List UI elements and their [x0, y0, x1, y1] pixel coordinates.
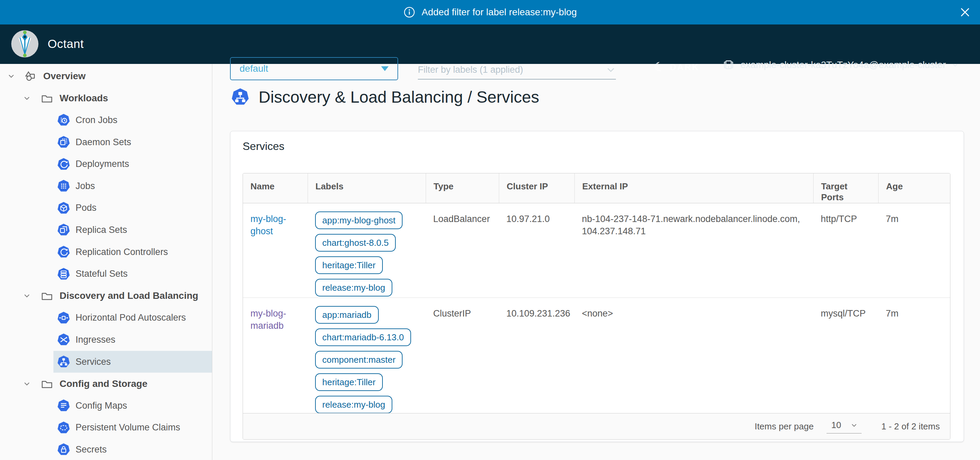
- overview-icon: [24, 69, 37, 83]
- replication-controllers-icon: [57, 245, 70, 259]
- replica-sets-icon: [57, 223, 70, 236]
- sidebar-item-overview[interactable]: Overview: [0, 65, 212, 87]
- label-pill[interactable]: app:my-blog-ghost: [315, 211, 402, 229]
- folder-icon: [40, 289, 54, 303]
- label-filter-select[interactable]: Filter by labels (1 applied): [418, 60, 616, 79]
- cluster-ip-cell: 10.109.231.236: [499, 298, 574, 421]
- type-cell: ClusterIP: [426, 298, 499, 421]
- app-name: Octant: [48, 37, 84, 51]
- column-header-labels[interactable]: Labels: [308, 173, 426, 203]
- chevron-down-icon: [23, 380, 30, 388]
- sidebar-section-discovery-load-balancing[interactable]: Discovery and Load Balancing: [0, 285, 212, 307]
- sidebar: Overview Workloads Cron Jobs Daemon Sets…: [0, 64, 212, 460]
- items-per-page-label: Items per page: [755, 421, 814, 432]
- sidebar-item-cron-jobs[interactable]: Cron Jobs: [53, 109, 212, 131]
- column-header-external-ip[interactable]: External IP: [574, 173, 813, 203]
- table-pagination: Items per page 10 1 - 2 of 2 items: [243, 413, 950, 439]
- sidebar-item-ingresses[interactable]: Ingresses: [53, 329, 212, 351]
- sidebar-section-workloads[interactable]: Workloads: [0, 87, 212, 109]
- theme-toggle-button[interactable]: ☾ DARK: [654, 60, 699, 74]
- age-cell: 7m: [878, 298, 950, 421]
- external-ip-cell: nb-104-237-148-71.newark.nodebalancer.li…: [574, 203, 813, 304]
- cron-jobs-icon: [57, 113, 70, 127]
- label-pill[interactable]: component:master: [315, 351, 402, 368]
- services-title-icon: [231, 87, 250, 107]
- cluster-icon: [722, 59, 735, 71]
- sidebar-item-deployments[interactable]: Deployments: [53, 153, 212, 175]
- table-header-row: Name Labels Type Cluster IP External IP …: [243, 173, 950, 203]
- label-pill[interactable]: chart:ghost-8.0.5: [315, 234, 396, 252]
- services-table: Name Labels Type Cluster IP External IP …: [243, 173, 950, 439]
- label-pill[interactable]: release:my-blog: [315, 396, 392, 413]
- sidebar-item-replica-sets[interactable]: Replica Sets: [53, 219, 212, 241]
- page-title: Discovery & Load Balancing / Services: [231, 87, 539, 107]
- services-icon: [57, 355, 70, 368]
- label-pill[interactable]: heritage:Tiller: [315, 373, 383, 391]
- service-link[interactable]: my-blog-mariadb: [250, 308, 286, 331]
- label-pill[interactable]: release:my-blog: [315, 279, 392, 297]
- sidebar-section-config-and-storage[interactable]: Config and Storage: [0, 373, 212, 395]
- config-maps-icon: [57, 399, 70, 412]
- banner-message: Added filter for label release:my-blog: [422, 7, 577, 18]
- sidebar-item-jobs[interactable]: Jobs: [53, 175, 212, 197]
- sidebar-item-replication-controllers[interactable]: Replication Controllers: [53, 241, 212, 263]
- jobs-icon: [57, 179, 70, 193]
- chevron-down-icon: [850, 421, 858, 430]
- table-row: my-blog-ghost app:my-blog-ghost chart:gh…: [243, 203, 950, 298]
- sidebar-item-secrets[interactable]: Secrets: [53, 439, 212, 460]
- persistent-volume-claims-icon: [57, 421, 70, 435]
- chevron-down-icon: [8, 72, 15, 80]
- close-icon[interactable]: [958, 5, 972, 20]
- ingresses-icon: [57, 333, 70, 346]
- dropdown-caret-icon: [381, 66, 388, 71]
- folder-icon: [40, 377, 54, 391]
- type-cell: LoadBalancer: [426, 203, 499, 304]
- deployments-icon: [57, 157, 70, 171]
- namespace-select[interactable]: default: [230, 57, 398, 80]
- chevron-down-icon: [23, 292, 30, 300]
- theme-toggle-label: DARK: [670, 62, 699, 72]
- sidebar-item-persistent-volume-claims[interactable]: Persistent Volume Claims: [53, 417, 212, 439]
- pods-icon: [57, 201, 70, 215]
- column-header-age[interactable]: Age: [878, 173, 950, 203]
- cluster-selector[interactable]: example-cluster-ka3TuTzYo4a@example-clus…: [722, 59, 959, 71]
- items-per-page-value: 10: [831, 420, 841, 430]
- target-ports-cell: http/TCP: [813, 203, 878, 304]
- daemon-sets-icon: [57, 135, 70, 149]
- items-per-page-select[interactable]: 10: [827, 419, 862, 433]
- folder-icon: [40, 92, 54, 105]
- moon-icon: ☾: [653, 59, 666, 75]
- label-pill[interactable]: chart:mariadb-6.13.0: [315, 328, 411, 346]
- card-title: Services: [243, 140, 285, 153]
- sidebar-item-config-maps[interactable]: Config Maps: [53, 395, 212, 417]
- table-row: my-blog-mariadb app:mariadb chart:mariad…: [243, 298, 950, 413]
- app-header: Octant default Filter by labels (1 appli…: [0, 24, 980, 64]
- label-pill[interactable]: heritage:Tiller: [315, 256, 383, 274]
- octant-logo-icon: [10, 29, 40, 59]
- chevron-down-icon: [23, 95, 30, 102]
- column-header-name[interactable]: Name: [243, 173, 308, 203]
- sidebar-item-daemon-sets[interactable]: Daemon Sets: [53, 131, 212, 153]
- chevron-down-icon: [606, 65, 616, 75]
- column-header-target-ports[interactable]: Target Ports: [813, 173, 878, 203]
- cluster-value: example-cluster-ka3TuTzYo4a@example-clus…: [740, 60, 946, 70]
- horizontal-pod-autoscalers-icon: [57, 311, 70, 325]
- info-icon: [403, 6, 415, 18]
- sidebar-item-pods[interactable]: Pods: [53, 197, 212, 219]
- sidebar-item-horizontal-pod-autoscalers[interactable]: Horizontal Pod Autoscalers: [53, 307, 212, 329]
- external-ip-cell: <none>: [574, 298, 813, 421]
- age-cell: 7m: [878, 203, 950, 304]
- stateful-sets-icon: [57, 267, 70, 281]
- pagination-range: 1 - 2 of 2 items: [881, 421, 940, 432]
- chevron-down-icon: [951, 61, 959, 69]
- sidebar-item-stateful-sets[interactable]: Stateful Sets: [53, 263, 212, 285]
- label-pill[interactable]: app:mariadb: [315, 306, 379, 324]
- service-link[interactable]: my-blog-ghost: [250, 214, 286, 236]
- info-banner: Added filter for label release:my-blog: [0, 0, 980, 24]
- column-header-cluster-ip[interactable]: Cluster IP: [499, 173, 574, 203]
- namespace-value: default: [240, 63, 268, 74]
- column-header-type[interactable]: Type: [426, 173, 499, 203]
- services-card: Services Name Labels Type Cluster IP Ext…: [230, 131, 964, 442]
- sidebar-item-services[interactable]: Services: [53, 351, 212, 373]
- secrets-icon: [57, 443, 70, 456]
